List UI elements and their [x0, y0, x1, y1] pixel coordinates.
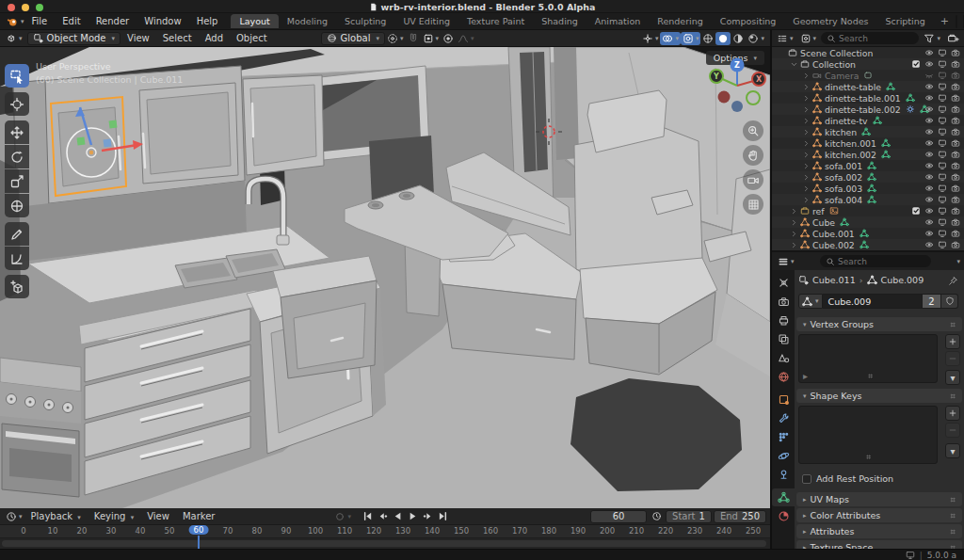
tool-cursor[interactable] [5, 92, 29, 116]
disable-in-renders-icon[interactable] [951, 104, 960, 114]
outliner-item-label[interactable]: dinette-tv [825, 116, 868, 126]
disable-in-viewports-icon[interactable] [938, 172, 947, 182]
workspace-tab-texture-paint[interactable]: Texture Paint [458, 14, 533, 28]
outliner-row-sofa-004[interactable]: sofa.004 [772, 194, 964, 205]
properties-tab-object[interactable] [772, 391, 795, 408]
timeline-editor-type-button[interactable]: ▾ [4, 510, 24, 523]
vertex-group-specials-button[interactable]: ▾ [945, 370, 960, 385]
eye-icon[interactable] [924, 48, 934, 57]
outliner-item-label[interactable]: dinette-table [825, 82, 881, 92]
eye-icon[interactable] [924, 229, 934, 238]
disable-in-renders-icon[interactable] [951, 82, 960, 91]
outliner-item-label[interactable]: Cube.001 [812, 229, 855, 239]
eye-icon[interactable] [924, 127, 934, 136]
tool-move[interactable] [5, 120, 29, 144]
workspace-tab-shading[interactable]: Shading [533, 14, 586, 28]
properties-tab-render[interactable] [772, 293, 795, 311]
outliner-item-label[interactable]: sofa.001 [825, 161, 862, 171]
eye-icon[interactable] [924, 82, 934, 91]
mesh-browse-button[interactable]: ▾ [798, 294, 823, 309]
disable-in-renders-icon[interactable] [951, 59, 960, 69]
properties-tab-tool[interactable] [772, 274, 795, 292]
viewport-pan-button[interactable] [743, 145, 763, 166]
shape-keys-panel-header[interactable]: ▾Shape Keys [796, 389, 962, 403]
eye-icon[interactable] [924, 217, 934, 227]
outliner-row-kitchen-002[interactable]: kitchen.002 [772, 149, 964, 160]
timeline-track[interactable] [0, 538, 770, 549]
mode-dropdown[interactable]: Object Mode ▾ [27, 32, 121, 45]
previous-keyframe-button[interactable] [376, 510, 390, 523]
disable-in-viewports-icon[interactable] [938, 127, 947, 136]
outliner-display-mode-button[interactable]: ▾ [775, 32, 795, 45]
disable-in-renders-icon[interactable] [951, 71, 960, 80]
toggle-xray[interactable]: ▾ [681, 32, 701, 45]
disable-in-renders-icon[interactable] [951, 93, 960, 103]
current-frame-field[interactable]: 60 [590, 510, 647, 523]
editor-type-button[interactable]: ▾ [4, 32, 24, 45]
properties-tab-modifiers[interactable] [772, 409, 795, 427]
outliner-row-camera[interactable]: Camera [772, 70, 964, 81]
snap-toggle[interactable] [406, 32, 421, 45]
viewport-menu-add[interactable]: Add [199, 33, 230, 43]
eye-icon[interactable] [924, 116, 934, 125]
outliner-search-input[interactable] [839, 34, 913, 43]
chevron-right-icon[interactable] [790, 230, 798, 238]
disable-in-viewports-icon[interactable] [938, 150, 947, 159]
workspace-tab-geometry-nodes[interactable]: Geometry Nodes [784, 14, 876, 28]
disable-in-viewports-icon[interactable] [938, 59, 947, 69]
disable-in-renders-icon[interactable] [951, 116, 960, 125]
vertex-group-add-button[interactable] [945, 334, 960, 349]
scene-selector[interactable]: ▾ Scene [956, 15, 957, 28]
properties-tab-scene[interactable] [772, 349, 795, 367]
shading-material-button[interactable] [731, 32, 746, 45]
eye-icon[interactable] [924, 138, 934, 148]
viewport-menu-view[interactable]: View [120, 33, 156, 43]
disable-in-viewports-icon[interactable] [938, 48, 947, 57]
show-gizmo-toggle[interactable]: ▾ [640, 32, 661, 45]
disable-in-viewports-icon[interactable] [938, 195, 947, 204]
workspace-tab-rendering[interactable]: Rendering [649, 14, 712, 28]
disable-in-renders-icon[interactable] [951, 229, 960, 238]
disable-in-viewports-icon[interactable] [938, 240, 947, 249]
menu-file[interactable]: File [24, 16, 56, 26]
outliner-item-label[interactable]: dinette-table.001 [825, 93, 901, 104]
outliner-item-label[interactable]: Collection [812, 59, 856, 70]
auto-keying-toggle[interactable]: ▾ [332, 510, 353, 523]
shape-key-remove-button[interactable] [945, 423, 960, 438]
shape-key-add-button[interactable] [945, 406, 960, 421]
disable-in-viewports-icon[interactable] [938, 82, 947, 91]
outliner-item-label[interactable]: dinette-table.002 [825, 104, 901, 115]
outliner-row-dinette-table[interactable]: dinette-table [772, 81, 964, 92]
menu-render[interactable]: Render [88, 16, 137, 26]
jump-to-end-button[interactable] [436, 510, 450, 523]
disable-in-viewports-icon[interactable] [938, 104, 947, 114]
workspace-tab-sculpting[interactable]: Sculpting [336, 14, 394, 28]
disable-in-renders-icon[interactable] [951, 150, 960, 159]
workspace-tab-scripting[interactable]: Scripting [876, 14, 933, 28]
new-collection-button[interactable] [945, 32, 961, 45]
properties-tab-world[interactable] [772, 368, 795, 386]
vertex-groups-panel-header[interactable]: ▾Vertex Groups [796, 317, 962, 331]
outliner-row-sofa-001[interactable]: sofa.001 [772, 160, 964, 171]
orientation-dropdown[interactable]: Global ▾ [321, 32, 385, 45]
timeline-menu-marker[interactable]: Marker [176, 511, 222, 521]
viewport-zoom-button[interactable] [743, 120, 763, 141]
outliner-row-kitchen[interactable]: kitchen [772, 126, 964, 137]
viewport-menu-select[interactable]: Select [156, 33, 199, 43]
uv-maps-panel-header[interactable]: ▸UV Maps [796, 492, 962, 506]
outliner-item-label[interactable]: Camera [825, 71, 859, 81]
eye-icon[interactable] [924, 150, 934, 159]
use-preview-range-toggle[interactable] [649, 510, 664, 523]
disable-in-viewports-icon[interactable] [938, 217, 947, 227]
outliner-row-kitchen-001[interactable]: kitchen.001 [772, 137, 964, 149]
outliner-filter-button[interactable]: ▾ [922, 32, 942, 45]
outliner-item-label[interactable]: sofa.004 [825, 195, 862, 205]
workspace-tab-compositing[interactable]: Compositing [712, 14, 785, 28]
frame-start-field[interactable]: Start1 [666, 510, 712, 523]
collection-checkbox-icon[interactable] [911, 59, 921, 69]
disable-in-renders-icon[interactable] [951, 240, 960, 249]
eye-icon[interactable] [924, 240, 934, 249]
vertex-group-remove-button[interactable] [945, 351, 960, 366]
properties-tab-view-layer[interactable] [772, 330, 795, 348]
add-workspace-button[interactable]: + [934, 15, 956, 27]
